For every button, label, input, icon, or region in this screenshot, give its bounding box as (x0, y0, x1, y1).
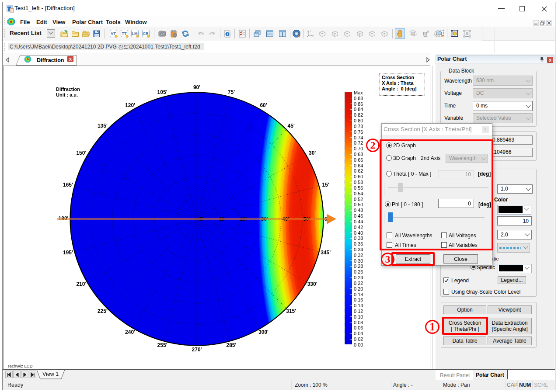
svg-text:X: X (312, 35, 314, 38)
svg-text:H: H (427, 30, 429, 33)
svg-text:LM: LM (132, 31, 138, 36)
svg-text:i: i (227, 32, 228, 36)
svg-text:Z: Z (307, 31, 308, 33)
svg-text:TT: TT (122, 31, 127, 36)
svg-text:VT: VT (111, 31, 116, 36)
svg-text:Y: Y (310, 30, 311, 32)
